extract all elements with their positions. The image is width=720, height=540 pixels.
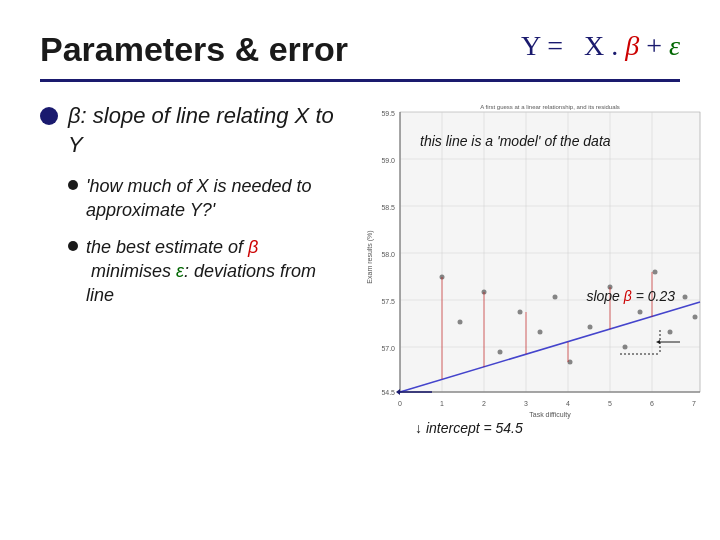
svg-point-49 [693,315,698,320]
right-panel: 59.5 59.0 58.5 58.0 57.5 57.0 54.5 0 1 2… [360,102,680,472]
svg-point-37 [498,350,503,355]
svg-text:2: 2 [482,400,486,407]
sub-bullet-dot-2 [68,241,78,251]
bullet-icon [40,107,58,125]
svg-text:57.0: 57.0 [381,345,395,352]
main-bullet: β: slope of line relating X to Y [40,102,340,159]
sub-bullet-dot-1 [68,180,78,190]
svg-point-39 [538,330,543,335]
svg-text:5: 5 [608,400,612,407]
formula: Y = X . β + ε [521,30,680,62]
svg-text:59.5: 59.5 [381,110,395,117]
svg-text:Exam results (%): Exam results (%) [366,230,374,283]
annotation-this-line: this line is a 'model' of the data [420,132,611,150]
formula-epsilon: ε [669,30,680,61]
svg-text:4: 4 [566,400,570,407]
svg-point-42 [588,325,593,330]
svg-point-40 [553,295,558,300]
svg-text:A first guess at a linear rela: A first guess at a linear relationship, … [480,104,620,110]
svg-point-35 [458,320,463,325]
formula-prefix: Y = X . [521,30,618,61]
svg-point-45 [638,310,643,315]
sub-bullet-2: the best estimate of β minimises ε: devi… [68,235,340,308]
content-area: β: slope of line relating X to Y 'how mu… [40,102,680,472]
svg-text:59.0: 59.0 [381,157,395,164]
sub-bullet-1: 'how much of X is needed to approximate … [68,174,340,223]
svg-text:3: 3 [524,400,528,407]
svg-point-44 [623,345,628,350]
svg-point-47 [668,330,673,335]
svg-marker-58 [396,389,400,395]
sub-bullet-text-2: the best estimate of β minimises ε: devi… [86,235,340,308]
svg-text:Task difficulty: Task difficulty [529,411,571,419]
formula-plus: + [646,30,662,61]
header: Parameters & error Y = X . β + ε [40,30,680,82]
svg-rect-0 [400,112,700,392]
page-title: Parameters & error [40,30,348,69]
svg-text:57.5: 57.5 [381,298,395,305]
annotation-slope: slope β = 0.23 [586,287,675,305]
svg-point-48 [683,295,688,300]
svg-text:7: 7 [692,400,696,407]
formula-beta: β [625,30,639,61]
sub-bullet-text-1: 'how much of X is needed to approximate … [86,174,340,223]
left-panel: β: slope of line relating X to Y 'how mu… [40,102,340,308]
svg-text:58.0: 58.0 [381,251,395,258]
svg-text:54.5: 54.5 [381,389,395,396]
annotation-intercept: ↓ intercept = 54.5 [415,419,523,437]
svg-point-38 [518,310,523,315]
slide: Parameters & error Y = X . β + ε β: slop… [0,0,720,540]
sub-bullets: 'how much of X is needed to approximate … [68,174,340,307]
main-bullet-text: β: slope of line relating X to Y [68,102,340,159]
chart-svg: 59.5 59.0 58.5 58.0 57.5 57.0 54.5 0 1 2… [360,102,720,462]
svg-text:1: 1 [440,400,444,407]
svg-point-46 [653,270,658,275]
svg-text:58.5: 58.5 [381,204,395,211]
svg-text:0: 0 [398,400,402,407]
svg-text:6: 6 [650,400,654,407]
